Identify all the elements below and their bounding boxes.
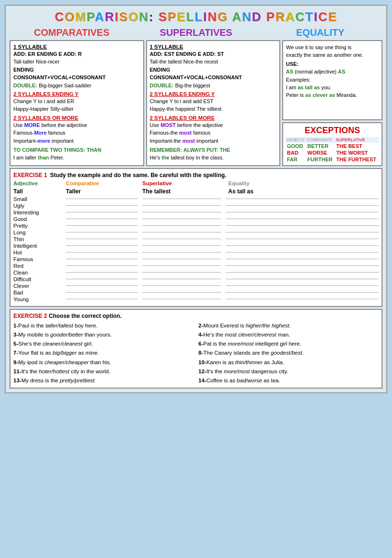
list-item: 13-My dress is the pretty/prettiest	[13, 377, 194, 385]
sup-syl3-l1: Use MOST before the adjective	[150, 122, 277, 129]
eq-line	[226, 232, 379, 232]
sup-syl2-l2: Happy-the happiest The silliest	[150, 105, 277, 113]
eq-line	[226, 292, 379, 293]
list-item: Clean	[13, 270, 379, 275]
adj-word: Young	[13, 296, 66, 302]
comp-line	[66, 232, 138, 232]
sup-syl1-title: 1 SYLLABLE	[150, 44, 277, 50]
adj-word: Famous	[13, 256, 66, 262]
list-item: Young	[13, 296, 379, 302]
comp-line1: ADD: ER ENDING E ADD: R	[13, 51, 140, 58]
exercise2-grid: 1-Paul is the taller/tallest boy here.2-…	[13, 322, 379, 385]
ex-sup-tallest: The tallest	[142, 188, 228, 195]
adj-word: Ugly	[13, 203, 66, 209]
list-item: Red	[13, 263, 379, 269]
eq-line	[226, 239, 379, 239]
list-item: 12-It's the more/most dangerous city.	[199, 368, 379, 376]
ex1-instruction: Study the example and do the same. Be ca…	[50, 172, 226, 179]
comp-line	[66, 279, 138, 279]
ex2-instruction: Choose the correct option.	[49, 313, 122, 319]
sup-syl2-title: 2 SYLLABLES ENDING Y	[150, 91, 277, 97]
exc-further: FURTHER	[306, 156, 335, 163]
sup-line	[142, 219, 221, 219]
comp-line	[66, 245, 138, 246]
sup-syl3-l2: Famous-the most famous	[150, 129, 277, 137]
list-item: 1-Paul is the taller/tallest boy here.	[13, 322, 194, 330]
eq-line	[226, 265, 379, 266]
sup-line	[142, 205, 221, 206]
eq-line	[226, 219, 379, 219]
equality-box: We use it to say one thing is exactly th…	[282, 40, 382, 120]
col-eq-header: Equality	[228, 180, 379, 186]
list-item: 9-My ipod is cheaper/cheapper than his.	[13, 358, 194, 367]
adj-word: Clever	[13, 283, 66, 289]
eq-line	[226, 199, 379, 199]
list-item: 5-She's the cleaner/cleanest girl.	[13, 340, 194, 348]
exc-header-sup: SUPERLATIVE	[335, 137, 379, 143]
comp-syl2-l2: Happy-Happier Silly-sillier	[13, 105, 140, 113]
list-item: 3-My mobile is gooder/better than yours.	[13, 331, 194, 339]
sup-remember: REMEMBER: ALWAYS PUT: THE	[150, 147, 277, 154]
sup-syl2-l1: Change Y to i and add EST	[150, 98, 277, 105]
exc-bad: BAD	[286, 149, 306, 156]
comp-syl3-l1: Use MORE before the adjective	[13, 122, 140, 129]
col-comp-header: Comparative	[66, 180, 142, 186]
list-item: Difficult	[13, 276, 379, 282]
list-item: 4-He's the most clever/cleverest man.	[199, 331, 379, 339]
comp-line	[66, 259, 138, 259]
sup-line	[142, 212, 221, 212]
comp-syl1-title: 1 SYLLABLE	[13, 44, 140, 50]
eq-line	[226, 205, 379, 206]
exc-worst: THE WORST	[335, 149, 379, 156]
sup-line	[142, 232, 221, 232]
comp-syl2-l1: Change Y to i and add ER	[13, 98, 140, 105]
list-item: Pretty	[13, 223, 379, 229]
adj-word: Difficult	[13, 276, 66, 282]
exc-furthest: THE FURTHEST	[335, 156, 379, 163]
sup-line	[142, 265, 221, 266]
exc-header-comp: COMPARAT/	[306, 137, 335, 143]
list-item: Interesting	[13, 210, 379, 215]
comp-line	[66, 265, 138, 266]
sup-line	[142, 292, 221, 293]
comp-syl3-l2: Famous-More famous	[13, 129, 140, 137]
eq-use: USE:	[286, 61, 379, 68]
eq-line	[226, 245, 379, 246]
superlatives-header: SUPERLATIVES	[134, 27, 258, 38]
sup-line	[142, 239, 221, 239]
exceptions-table: ADJECT/ COMPARAT/ SUPERLATIVE GOOD BETTE…	[286, 137, 379, 163]
eq-examples-label: Examples:	[286, 76, 379, 84]
exc-header-adj: ADJECT/	[286, 137, 306, 143]
ex-eq-tall: As tall as	[228, 188, 379, 195]
comp-line2: Tall-taller Nice-nicer	[13, 58, 140, 65]
comp-line	[66, 272, 138, 273]
comp-compare-ex: I am taller than Peter.	[13, 154, 140, 161]
list-item: Good	[13, 216, 379, 222]
sup-line	[142, 252, 221, 253]
adj-word: Thin	[13, 236, 66, 242]
adj-word: Pretty	[13, 223, 66, 229]
sup-line	[142, 245, 221, 246]
eq-line	[226, 272, 379, 273]
sup-line	[142, 259, 221, 259]
exercise2-section: EXERCISE 2 Choose the correct option. 1-…	[10, 309, 382, 389]
list-item: 2-Mount Everest is higher/the highest.	[199, 322, 379, 330]
sup-line4: CONSONANT+VOCAL+CONSONANT	[150, 74, 277, 81]
list-item: Famous	[13, 256, 379, 262]
example-row: Tall Taller The tallest As tall as	[13, 188, 379, 195]
comp-line5: DOUBLE: Big-bigger Sad-sadder	[13, 82, 140, 89]
list-item: Small	[13, 196, 379, 202]
superlatives-box: 1 SYLLABLE ADD: EST ENDING E ADD: ST Tal…	[146, 40, 281, 166]
sup-line1: ADD: EST ENDING E ADD: ST	[150, 51, 277, 58]
comp-syl3-l3: Important-more important	[13, 137, 140, 145]
exercise1-title: EXERCISE 1 Study the example and do the …	[13, 172, 379, 179]
list-item: 14-Coffee is as bad/worse as tea.	[199, 377, 379, 385]
page-title: COMPARISON: SPELLING AND PRACTICE	[10, 10, 382, 24]
ex1-num: EXERCISE 1	[13, 172, 47, 179]
comparatives-box: 1 SYLLABLE ADD: ER ENDING E ADD: R Tall-…	[10, 40, 144, 166]
eq-line	[226, 225, 379, 226]
eq-desc2: exactly the same as another one.	[286, 52, 379, 59]
exc-best: THE BEST	[335, 143, 379, 149]
exceptions-title: EXCEPTIONS	[286, 126, 379, 136]
eq-ex2: Peter is as clever as Miranda.	[286, 92, 379, 99]
